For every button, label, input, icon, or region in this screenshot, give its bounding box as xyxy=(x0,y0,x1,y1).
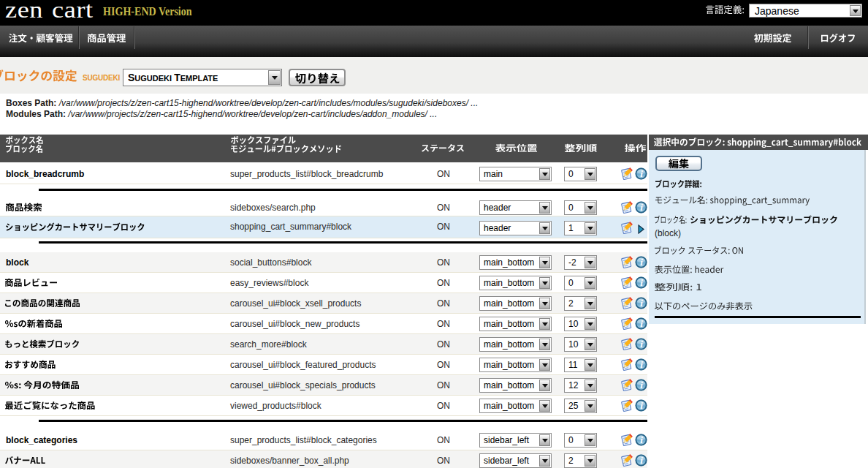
svg-text:i: i xyxy=(640,434,643,445)
svg-text:i: i xyxy=(640,455,643,466)
svg-text:i: i xyxy=(640,168,643,179)
svg-text:i: i xyxy=(640,318,643,329)
svg-text:i: i xyxy=(640,257,643,268)
svg-text:i: i xyxy=(640,380,643,390)
svg-text:i: i xyxy=(640,400,643,411)
svg-text:i: i xyxy=(640,277,643,288)
svg-text:i: i xyxy=(640,298,643,309)
svg-text:i: i xyxy=(640,339,643,350)
svg-text:i: i xyxy=(640,359,643,370)
svg-text:i: i xyxy=(640,202,643,213)
